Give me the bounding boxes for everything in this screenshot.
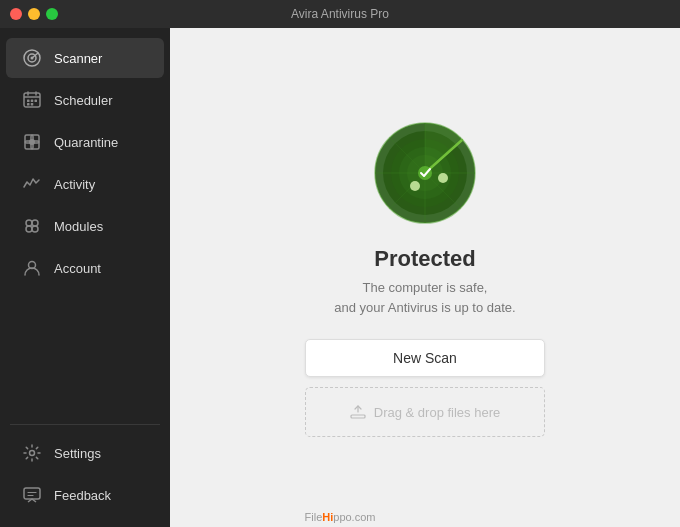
status-subtitle: The computer is safe, and your Antivirus… (334, 278, 515, 317)
svg-rect-12 (31, 103, 34, 106)
radar-icon (370, 118, 480, 228)
sidebar-item-quarantine-label: Quarantine (54, 135, 118, 150)
scanner-icon (22, 48, 42, 68)
feedback-icon (22, 485, 42, 505)
modules-icon (22, 216, 42, 236)
svg-rect-10 (35, 100, 38, 103)
sidebar-item-scheduler-label: Scheduler (54, 93, 113, 108)
svg-point-23 (30, 451, 35, 456)
sidebar-item-feedback[interactable]: Feedback (6, 475, 164, 515)
settings-icon (22, 443, 42, 463)
account-icon (22, 258, 42, 278)
svg-point-18 (26, 220, 32, 226)
svg-point-39 (410, 181, 420, 191)
svg-point-20 (26, 226, 32, 232)
app-body: Scanner Sched (0, 28, 680, 527)
sidebar-item-modules-label: Modules (54, 219, 103, 234)
svg-rect-41 (351, 415, 365, 418)
svg-rect-11 (27, 103, 30, 106)
main-panel: Protected The computer is safe, and your… (170, 28, 680, 527)
svg-rect-9 (31, 100, 34, 103)
titlebar: Avira Antivirus Pro (0, 0, 680, 28)
new-scan-button[interactable]: New Scan (305, 339, 545, 377)
svg-point-38 (438, 173, 448, 183)
sidebar-item-account[interactable]: Account (6, 248, 164, 288)
close-button[interactable] (10, 8, 22, 20)
sidebar-item-scheduler[interactable]: Scheduler (6, 80, 164, 120)
minimize-button[interactable] (28, 8, 40, 20)
svg-rect-8 (27, 100, 30, 103)
drop-zone[interactable]: Drag & drop files here (305, 387, 545, 437)
radar-container (370, 118, 480, 228)
sidebar-item-settings-label: Settings (54, 446, 101, 461)
sidebar-item-scanner[interactable]: Scanner (6, 38, 164, 78)
sidebar-item-modules[interactable]: Modules (6, 206, 164, 246)
upload-icon (350, 404, 366, 420)
quarantine-icon (22, 132, 42, 152)
sidebar-item-quarantine[interactable]: Quarantine (6, 122, 164, 162)
nav-items: Scanner Sched (0, 36, 170, 416)
window-title: Avira Antivirus Pro (291, 7, 389, 21)
sidebar-item-feedback-label: Feedback (54, 488, 111, 503)
maximize-button[interactable] (46, 8, 58, 20)
svg-point-3 (31, 57, 34, 60)
svg-point-17 (29, 139, 35, 145)
svg-point-21 (32, 226, 38, 232)
svg-point-19 (32, 220, 38, 226)
traffic-lights (10, 8, 58, 20)
sidebar-item-account-label: Account (54, 261, 101, 276)
sidebar-divider (10, 424, 160, 425)
activity-icon (22, 174, 42, 194)
sidebar-bottom: Settings Feedback (0, 416, 170, 527)
status-title: Protected (374, 246, 475, 272)
drop-zone-label: Drag & drop files here (374, 405, 500, 420)
sidebar-item-activity-label: Activity (54, 177, 95, 192)
sidebar: Scanner Sched (0, 28, 170, 527)
scheduler-icon (22, 90, 42, 110)
sidebar-item-activity[interactable]: Activity (6, 164, 164, 204)
svg-rect-24 (24, 488, 40, 499)
sidebar-item-scanner-label: Scanner (54, 51, 102, 66)
sidebar-item-settings[interactable]: Settings (6, 433, 164, 473)
